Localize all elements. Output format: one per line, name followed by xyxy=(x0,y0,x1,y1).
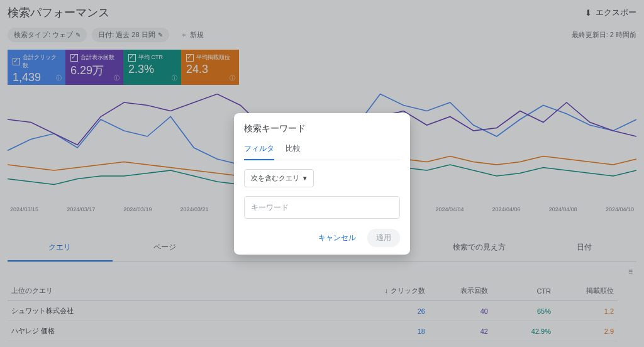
dialog-title: 検索キーワード xyxy=(244,123,400,135)
chevron-down-icon: ▾ xyxy=(303,174,307,182)
cancel-button[interactable]: キャンセル xyxy=(313,229,361,247)
apply-button[interactable]: 適用 xyxy=(367,229,400,247)
dialog-tab-compare[interactable]: 比較 xyxy=(286,143,301,160)
keyword-input[interactable] xyxy=(244,196,400,219)
dialog-tab-filter[interactable]: フィルタ xyxy=(244,143,274,160)
match-type-select[interactable]: 次を含むクエリ ▾ xyxy=(244,169,314,187)
modal-overlay[interactable]: 検索キーワード フィルタ 比較 次を含むクエリ ▾ キャンセル 適用 xyxy=(0,0,644,347)
keyword-filter-dialog: 検索キーワード フィルタ 比較 次を含むクエリ ▾ キャンセル 適用 xyxy=(234,113,410,255)
